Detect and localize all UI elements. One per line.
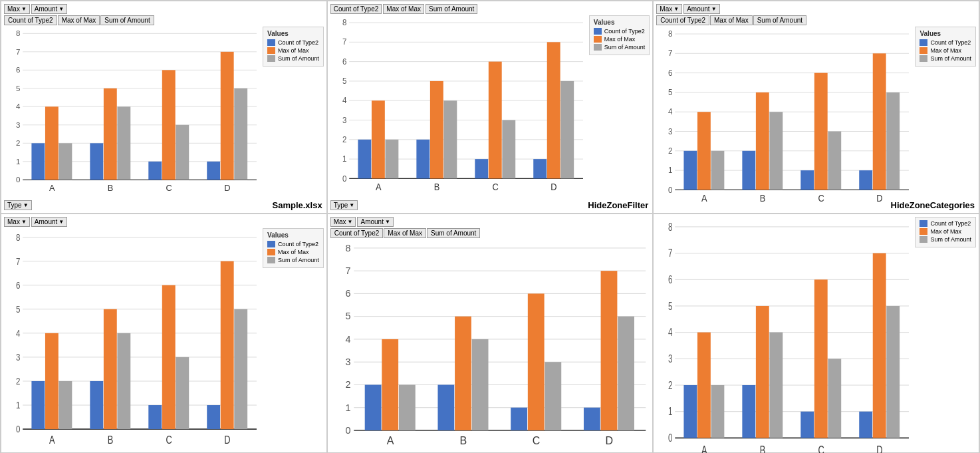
legend-tab-1-hideZoneCategories[interactable]: Max of Max [710,15,753,25]
svg-rect-19 [45,106,59,180]
legend-item-label-2: Sum of Amount [278,55,319,62]
svg-rect-155 [382,339,398,430]
svg-text:6: 6 [342,57,347,66]
dropdown-btn-1-hideZoneFilter[interactable]: Max of Max [383,4,424,14]
svg-rect-164 [545,362,561,430]
dropdown-btn-1-hideZoneData[interactable]: Amount▼ [31,217,67,227]
svg-rect-24 [117,106,130,180]
svg-text:B: B [760,442,766,453]
svg-rect-167 [600,271,617,430]
legend-color-swatch-0 [267,241,275,247]
legend-color-swatch-2 [919,236,927,243]
svg-text:8: 8 [342,18,347,27]
dropdown-btn-1-hideZoneSeries[interactable]: Amount▼ [357,217,393,227]
bottom-dropdown-arrow-icon: ▼ [23,202,29,208]
svg-rect-100 [887,92,900,190]
svg-rect-60 [475,159,488,178]
svg-text:1: 1 [668,166,673,175]
svg-text:D: D [224,183,230,193]
legend-color-swatch-2 [919,55,927,62]
svg-text:1: 1 [342,154,347,164]
svg-text:5: 5 [342,76,347,86]
dropdown-label: Max of Max [386,5,421,13]
bottom-dropdown-sample[interactable]: Type▼ [4,200,32,210]
legend-tab-2-hideZoneCategories[interactable]: Sum of Amount [753,15,806,25]
chart-panel-hideZoneFilter: Count of Type2Max of MaxSum of Amount123… [327,1,654,214]
legend-title-hideZoneCategories: Values [919,30,971,37]
svg-rect-96 [828,132,842,190]
svg-rect-62 [502,120,515,179]
dropdown-btn-0-hideZoneSeries[interactable]: Max▼ [330,217,356,227]
svg-rect-22 [90,143,103,180]
svg-text:B: B [434,182,440,193]
legend-title-hideZoneData: Values [267,231,319,239]
legend-color-swatch-1 [594,36,602,43]
dropdown-btn-1-hideZoneCategories[interactable]: Amount▼ [683,4,719,14]
svg-rect-168 [618,316,634,430]
svg-rect-188 [684,385,697,438]
chart-area-hideZoneCategories: 123456780ABCDValuesCount of Type2Max of … [656,27,976,210]
panel-label-hideZoneCategories: HideZoneCategories [891,200,975,210]
svg-text:7: 7 [668,49,673,58]
svg-rect-166 [584,407,600,430]
dropdown-btn-0-sample[interactable]: Max▼ [4,4,30,14]
legend-hideAll: Count of Type2Max of MaxSum of Amount [915,217,976,247]
svg-text:4: 4 [668,107,673,116]
legend-tab-0-hideZoneSeries[interactable]: Count of Type2 [330,228,384,238]
legend-color-swatch-2 [267,55,275,62]
chart-panel-sample: Max▼Amount▼Count of Type2Max of MaxSum o… [1,1,327,214]
legend-tab-2-hideZoneSeries[interactable]: Sum of Amount [427,228,480,238]
bar-chart-hideZoneCategories: 123456780ABCD [656,27,912,210]
bar-chart-hideZoneData: 123456780ABCD [4,228,260,453]
legend-color-swatch-2 [267,257,275,263]
legend-tab-1-hideZoneSeries[interactable]: Max of Max [384,228,426,238]
legend-color-swatch-1 [919,47,927,54]
svg-rect-20 [59,143,72,180]
svg-rect-64 [533,159,547,178]
svg-rect-98 [860,170,873,190]
legend-color-swatch-1 [267,249,275,255]
svg-text:A: A [376,182,382,193]
svg-text:8: 8 [345,242,350,253]
dropdown-btn-0-hideZoneData[interactable]: Max▼ [4,217,30,227]
legend-item-0-hideZoneData: Count of Type2 [267,241,319,247]
legend-tab-0-sample[interactable]: Count of Type2 [4,15,57,25]
chart-with-legend-hideAll: 123456780ABCDCount of Type2Max of MaxSum… [656,217,976,453]
legend-tab-2-sample[interactable]: Sum of Amount [100,15,154,25]
svg-text:C: C [492,182,499,193]
svg-text:0: 0 [342,174,347,183]
legend-color-swatch-1 [919,228,927,235]
dropdown-btn-0-hideZoneFilter[interactable]: Count of Type2 [330,4,382,14]
legend-color-swatch-2 [594,44,602,51]
svg-text:D: D [877,194,883,204]
legend-tab-1-sample[interactable]: Max of Max [58,15,100,25]
svg-text:C: C [818,442,824,453]
svg-text:4: 4 [342,96,347,105]
legend-item-label-2: Sum of Amount [278,257,319,263]
svg-rect-88 [711,151,725,190]
legend-item-label-0: Count of Type2 [278,241,318,247]
svg-rect-90 [743,151,756,190]
svg-rect-132 [207,405,220,429]
svg-rect-87 [697,112,711,190]
main-grid: Max▼Amount▼Count of Type2Max of MaxSum o… [0,0,980,453]
chart-panel-hideAll: 123456780ABCDCount of Type2Max of MaxSum… [653,214,979,453]
legend-color-swatch-0 [267,39,275,46]
svg-text:4: 4 [668,326,672,339]
legend-title-sample: Values [267,30,319,37]
legend-sample: ValuesCount of Type2Max of MaxSum of Amo… [263,27,324,67]
bar-chart-sample: 123456780ABCD [4,27,260,199]
legend-tab-0-hideZoneCategories[interactable]: Count of Type2 [656,15,709,25]
legend-item-label-2: Sum of Amount [930,55,971,62]
svg-text:8: 8 [668,29,673,39]
bottom-dropdown-hideZoneFilter[interactable]: Type▼ [330,200,358,210]
svg-text:0: 0 [668,432,672,444]
svg-text:A: A [49,183,55,193]
legend-item-label-0: Count of Type2 [604,28,645,35]
dropdown-btn-0-hideZoneCategories[interactable]: Max▼ [656,4,682,14]
dropdown-btn-1-sample[interactable]: Amount▼ [31,4,67,14]
dropdown-btn-2-hideZoneFilter[interactable]: Sum of Amount [426,4,477,14]
dropdown-label: Sum of Amount [429,5,474,13]
chart-panel-hideZoneData: Max▼Amount▼123456780ABCDValuesCount of T… [1,214,327,453]
dropdown-label: Max [334,218,346,226]
